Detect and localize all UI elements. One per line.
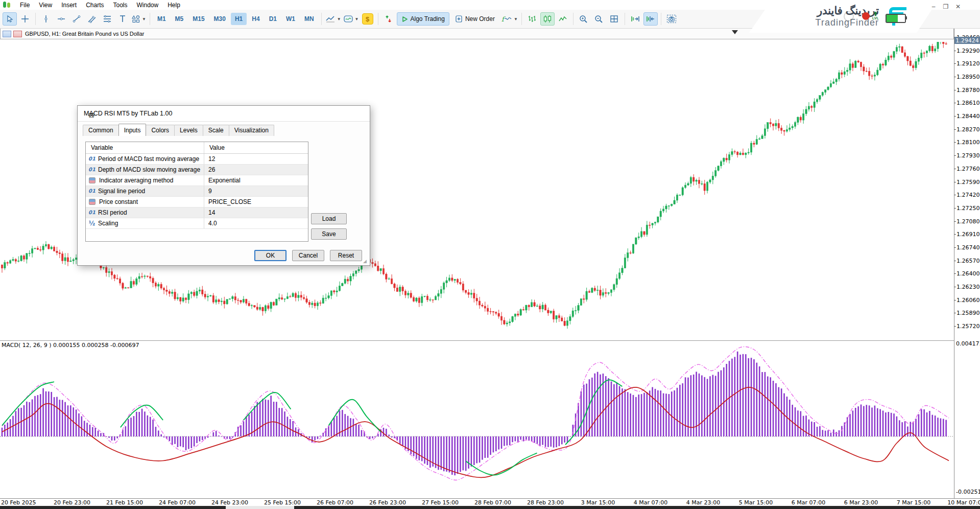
variable-value[interactable]: 4.0 <box>204 218 308 228</box>
variable-value[interactable]: Exponential <box>204 175 308 186</box>
macd-axis-max: 0.004171 <box>956 340 980 347</box>
dialog-tab-common[interactable]: Common <box>83 125 119 136</box>
zoom-in-button[interactable] <box>577 12 591 26</box>
input-row-7[interactable]: ½Scaling4.0 <box>86 218 308 229</box>
dialog-tab-levels[interactable]: Levels <box>174 125 203 136</box>
price-axis[interactable]: 1.29424 0.004171 -0.002517 1.294601.2929… <box>954 28 980 498</box>
input-row-3[interactable]: Indicator averaging methodExponential <box>86 175 308 186</box>
variable-value[interactable]: 9 <box>204 186 308 196</box>
new-order-button[interactable]: New Order <box>450 12 499 26</box>
resize-grip[interactable]: ◢ <box>363 259 368 264</box>
mt5-logo-icon <box>3 2 13 9</box>
enum-type-icon <box>89 177 95 183</box>
timeframe-button-h1[interactable]: H1 <box>231 13 247 25</box>
chart-shift-button[interactable] <box>643 12 658 26</box>
price-tick-label: 1.26060 <box>957 297 980 304</box>
menu-item-help[interactable]: Help <box>163 1 185 10</box>
dialog-tab-visualization[interactable]: Visualization <box>229 125 274 136</box>
timeframe-button-m1[interactable]: M1 <box>153 13 170 25</box>
menu-item-file[interactable]: File <box>15 1 34 10</box>
input-row-2[interactable]: 01Depth of MACD slow moving average26 <box>86 165 308 175</box>
algo-trading-button[interactable]: Algo Trading <box>397 12 449 26</box>
macd-indicator-panel[interactable] <box>0 341 954 498</box>
menu-item-window[interactable]: Window <box>132 1 163 10</box>
timeframe-button-m30[interactable]: M30 <box>210 13 230 25</box>
timeframe-button-m15[interactable]: M15 <box>188 13 208 25</box>
input-row-5[interactable]: Price constantPRICE_CLOSE <box>86 197 308 207</box>
price-tick-label: 1.27760 <box>957 166 980 172</box>
window-restore-button[interactable]: ❐ <box>941 3 951 11</box>
window-close-button[interactable]: ✕ <box>953 3 963 11</box>
load-button[interactable]: Load <box>311 213 347 224</box>
text-tool-button[interactable] <box>115 12 130 26</box>
indicators-button[interactable]: f ▼ <box>500 12 518 26</box>
timeframe-button-h4[interactable]: H4 <box>248 13 264 25</box>
new-order-icon <box>455 15 463 23</box>
input-row-4[interactable]: 01Signal line period9 <box>86 186 308 197</box>
dialog-tab-scale[interactable]: Scale <box>203 125 229 136</box>
save-button[interactable]: Save <box>311 228 347 240</box>
horizontal-line-tool-button[interactable] <box>54 12 68 26</box>
timeframe-button-d1[interactable]: D1 <box>265 13 281 25</box>
dialog-tab-colors[interactable]: Colors <box>146 125 175 136</box>
cursor-tool-button[interactable] <box>3 12 17 26</box>
trendline-tool-button[interactable] <box>69 12 84 26</box>
time-axis[interactable]: 20 Feb 202520 Feb 23:0021 Feb 15:0024 Fe… <box>0 498 980 506</box>
vertical-line-tool-button[interactable] <box>39 12 53 26</box>
channel-tool-button[interactable] <box>85 12 99 26</box>
zoom-out-button[interactable] <box>592 12 606 26</box>
menu-item-charts[interactable]: Charts <box>81 1 108 10</box>
time-tick-label: 28 Feb 07:00 <box>474 499 511 506</box>
tile-windows-button[interactable] <box>607 12 622 26</box>
menu-item-tools[interactable]: Tools <box>109 1 132 10</box>
menu-item-view[interactable]: View <box>34 1 57 10</box>
ok-button[interactable]: OK <box>254 250 286 261</box>
timeframe-button-w1[interactable]: W1 <box>282 13 299 25</box>
input-row-6[interactable]: 01RSI period14 <box>86 207 308 218</box>
window-minimize-button[interactable]: – <box>928 3 939 11</box>
candlestick-icon <box>543 15 552 23</box>
dialog-tab-inputs[interactable]: Inputs <box>118 124 147 136</box>
price-tick-label: 1.26910 <box>957 231 980 238</box>
inputs-table-header: Variable Value <box>86 142 308 154</box>
variable-name: Depth of MACD slow moving average <box>98 165 200 175</box>
shapes-tool-button[interactable]: ▼ <box>131 12 147 26</box>
panel-divider[interactable] <box>0 340 954 341</box>
cancel-button[interactable]: Cancel <box>292 250 324 261</box>
crosshair-tool-button[interactable] <box>18 12 32 26</box>
inputs-table: Variable Value 01Period of MACD fast mov… <box>85 142 308 242</box>
timeframe-button-m5[interactable]: M5 <box>171 13 188 25</box>
chart-profile-button[interactable]: ▼ <box>325 12 342 26</box>
variable-value[interactable]: 26 <box>204 165 308 175</box>
algo-trading-label: Algo Trading <box>411 15 445 22</box>
market-watch-button[interactable]: ▼ <box>343 12 360 26</box>
variable-value[interactable]: 12 <box>204 154 308 164</box>
variable-value[interactable]: PRICE_CLOSE <box>204 197 308 207</box>
play-icon <box>401 16 408 22</box>
menu-item-insert[interactable]: Insert <box>57 1 81 10</box>
dialog-close-button[interactable]: ✕ <box>84 110 99 121</box>
lvl-arrow-icon: ⬆ <box>873 11 878 17</box>
screenshot-button[interactable] <box>664 12 679 26</box>
chevron-down-icon: ▼ <box>355 17 359 21</box>
chart-symbol-icon <box>13 31 22 37</box>
variable-value[interactable]: 14 <box>204 207 308 218</box>
deposit-button[interactable]: $ <box>361 12 375 26</box>
reset-button[interactable]: Reset <box>330 250 362 261</box>
shapes-icon <box>131 15 140 23</box>
price-tick-label: 1.26400 <box>957 270 980 277</box>
input-row-1[interactable]: 01Period of MACD fast moving average12 <box>86 154 308 165</box>
candlestick-mode-button[interactable] <box>540 12 555 26</box>
tile-grid-icon <box>610 15 618 23</box>
timeframe-button-mn[interactable]: MN <box>300 13 318 25</box>
integer-type-icon: 01 <box>86 154 98 164</box>
indicator-settings-dialog: MACD RSI MT5 by TFLab 1.00 — ☐ ✕ CommonI… <box>77 105 370 266</box>
line-chart-mode-button[interactable] <box>556 12 570 26</box>
buy-sell-arrows-button[interactable] <box>381 12 396 26</box>
toolbar-separator <box>625 13 625 25</box>
auto-scroll-button[interactable] <box>628 12 642 26</box>
bar-chart-mode-button[interactable] <box>525 12 539 26</box>
dialog-title-bar[interactable]: MACD RSI MT5 by TFLab 1.00 — ☐ ✕ <box>78 106 370 122</box>
price-tick-label: 1.25890 <box>957 310 980 316</box>
fibonacci-tool-button[interactable] <box>100 12 114 26</box>
